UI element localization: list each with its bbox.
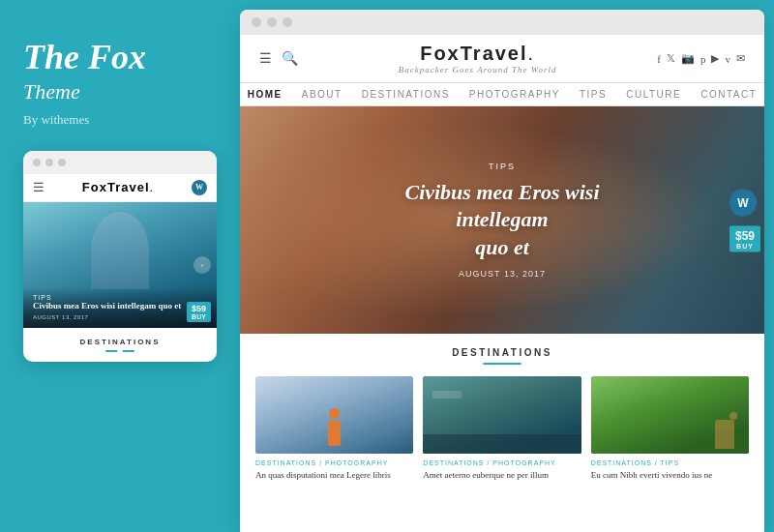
nav-destinations[interactable]: DESTINATIONS bbox=[362, 89, 450, 100]
browser-dot-2 bbox=[267, 17, 277, 27]
vimeo-icon[interactable]: v bbox=[725, 53, 730, 65]
mobile-card-chrome bbox=[23, 151, 217, 174]
mobile-preview-card: ☰ FoxTravel. W TIPS Civibus mea Eros wis… bbox=[23, 151, 217, 362]
twitter-icon[interactable]: 𝕏 bbox=[667, 52, 675, 65]
site-logo-tagline: Backpacker Goes Around The World bbox=[399, 65, 557, 74]
hero-date: AUGUST 13, 2017 bbox=[372, 269, 634, 279]
site-nav: HOME ABOUT DESTINATIONS PHOTOGRAPHY TIPS… bbox=[240, 83, 764, 106]
browser-panel: ☰ 🔍 FoxTravel. Backpacker Goes Around Th… bbox=[240, 10, 764, 532]
destination-card-2[interactable]: DESTINATIONS / PHOTOGRAPHY Amet aeterno … bbox=[423, 376, 580, 482]
dest-tag-3: DESTINATIONS / TIPS bbox=[591, 459, 749, 466]
site-logo: FoxTravel. Backpacker Goes Around The Wo… bbox=[399, 43, 557, 74]
hero-tag: TIPS bbox=[372, 162, 634, 171]
destinations-section: DESTINATIONS DESTINATIONS / PHOTOGRAPHY bbox=[240, 334, 764, 491]
mobile-price-badge[interactable]: $59 BUY bbox=[187, 302, 211, 322]
person-figure bbox=[255, 376, 413, 454]
dest-title-2: Amet aeterno euberque ne per illum bbox=[423, 469, 580, 482]
mobile-destinations-label: DESTINATIONS bbox=[33, 338, 207, 346]
hamburger-icon[interactable]: ☰ bbox=[259, 50, 272, 67]
theme-title: The Fox Theme bbox=[23, 39, 146, 104]
theme-author: By withemes bbox=[23, 112, 89, 128]
dest-image-3 bbox=[591, 376, 749, 454]
dest-tag-2: DESTINATIONS / PHOTOGRAPHY bbox=[423, 459, 580, 466]
mobile-destinations-section: DESTINATIONS bbox=[23, 328, 217, 362]
mobile-destinations-underline bbox=[105, 350, 134, 352]
mobile-hero-next-icon[interactable]: › bbox=[194, 256, 211, 274]
dot-1 bbox=[33, 159, 41, 166]
mobile-hero: TIPS Civibus mea Eros wisi intellegam qu… bbox=[23, 202, 217, 328]
mobile-hero-title: Civibus mea Eros wisi intellegam quo et bbox=[33, 301, 207, 312]
mobile-hero-date: AUGUST 13, 2017 bbox=[33, 314, 207, 320]
browser-dot-1 bbox=[252, 17, 261, 27]
dest-image-1 bbox=[255, 376, 413, 454]
dot-2 bbox=[45, 159, 53, 166]
nav-about[interactable]: ABOUT bbox=[302, 89, 342, 100]
browser-dot-3 bbox=[283, 17, 292, 27]
mobile-hero-tag: TIPS bbox=[33, 294, 207, 301]
mobile-wp-icon: W bbox=[192, 180, 207, 195]
buy-label: BUY bbox=[735, 242, 755, 249]
site-header: ☰ 🔍 FoxTravel. Backpacker Goes Around Th… bbox=[240, 35, 764, 83]
facebook-icon[interactable]: f bbox=[657, 53, 661, 65]
hero-side-badges: W $59 BUY bbox=[729, 189, 764, 251]
site-logo-name: FoxTravel. bbox=[399, 43, 557, 65]
instagram-icon[interactable]: 📷 bbox=[681, 52, 695, 65]
dest-image-2 bbox=[423, 376, 580, 454]
email-icon[interactable]: ✉ bbox=[736, 52, 745, 65]
search-icon[interactable]: 🔍 bbox=[282, 50, 298, 67]
site-header-left: ☰ 🔍 bbox=[259, 50, 298, 67]
site-hero: TIPS Civibus mea Eros wisi intellegamquo… bbox=[240, 106, 764, 334]
site-header-social: f 𝕏 📷 p ▶ v ✉ bbox=[657, 52, 745, 65]
dest-title-3: Eu cum Nibh everti vivendo ius ne bbox=[591, 469, 749, 482]
dest-tag-1: DESTINATIONS / PHOTOGRAPHY bbox=[255, 459, 413, 466]
nav-culture[interactable]: CULTURE bbox=[626, 89, 681, 100]
destination-card-1[interactable]: DESTINATIONS / PHOTOGRAPHY An quas dispu… bbox=[255, 376, 413, 482]
browser-chrome bbox=[240, 10, 764, 35]
left-panel: The Fox Theme By withemes ☰ FoxTravel. W… bbox=[0, 0, 240, 532]
pinterest-icon[interactable]: p bbox=[700, 53, 706, 65]
hero-content: TIPS Civibus mea Eros wisi intellegamquo… bbox=[372, 162, 634, 280]
youtube-icon[interactable]: ▶ bbox=[711, 52, 719, 65]
browser-content: ☰ 🔍 FoxTravel. Backpacker Goes Around Th… bbox=[240, 35, 764, 532]
site-logo-dot: . bbox=[528, 43, 536, 64]
mobile-site-header: ☰ FoxTravel. W bbox=[23, 174, 217, 202]
hero-title: Civibus mea Eros wisi intellegamquo et bbox=[372, 179, 634, 262]
nav-contact[interactable]: CONTACT bbox=[700, 89, 757, 100]
nav-photography[interactable]: PHOTOGRAPHY bbox=[469, 89, 560, 100]
destinations-heading: DESTINATIONS bbox=[255, 347, 749, 358]
dest-title-1: An quas disputationi mea Legere libris bbox=[255, 469, 413, 482]
mobile-logo-dot: . bbox=[150, 180, 155, 194]
price-tag[interactable]: $59 BUY bbox=[729, 225, 760, 251]
destinations-grid: DESTINATIONS / PHOTOGRAPHY An quas dispu… bbox=[255, 376, 749, 482]
destinations-underline bbox=[483, 363, 521, 365]
nav-home[interactable]: HOME bbox=[248, 89, 283, 100]
dot-3 bbox=[58, 159, 66, 166]
nav-tips[interactable]: TIPS bbox=[580, 89, 607, 100]
mobile-logo: FoxTravel. bbox=[82, 180, 154, 194]
wordpress-badge[interactable]: W bbox=[729, 189, 757, 216]
destination-card-3[interactable]: DESTINATIONS / TIPS Eu cum Nibh everti v… bbox=[591, 376, 749, 482]
mobile-hamburger-icon[interactable]: ☰ bbox=[33, 180, 45, 195]
price-amount: $59 bbox=[735, 228, 755, 242]
